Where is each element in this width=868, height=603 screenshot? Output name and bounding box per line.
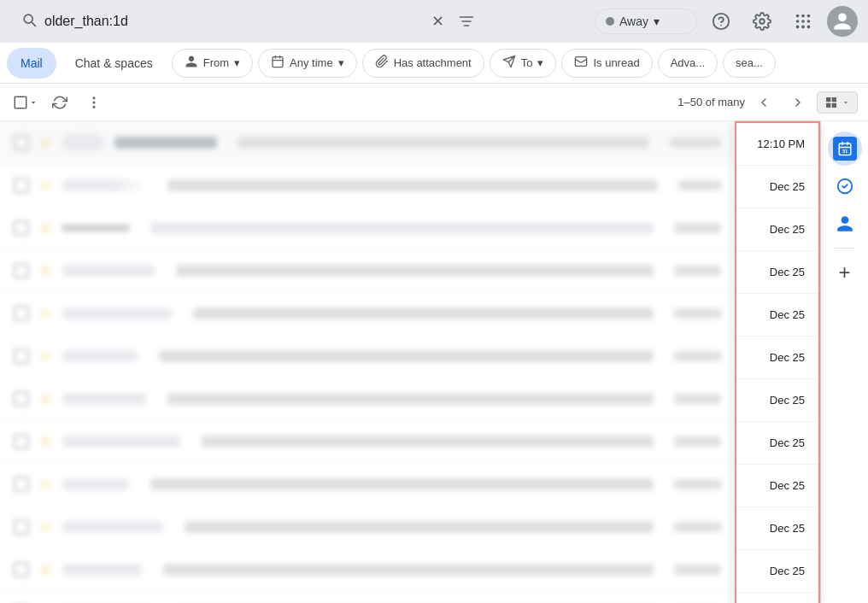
- table-row[interactable]: ☆: [0, 292, 735, 335]
- svg-point-13: [93, 97, 96, 99]
- star-icon[interactable]: ☆: [39, 348, 51, 364]
- list-item: Dec 25: [736, 379, 818, 422]
- search-options-button[interactable]: [455, 9, 478, 33]
- svg-point-15: [93, 105, 96, 108]
- right-sidebar: 31 +: [820, 121, 868, 603]
- row-checkbox[interactable]: [14, 263, 29, 278]
- row-checkbox[interactable]: [14, 306, 29, 321]
- svg-rect-11: [576, 57, 587, 67]
- search-chip-label: sea...: [736, 56, 763, 69]
- advanced-label: Adva...: [671, 56, 705, 69]
- send-icon: [502, 55, 516, 71]
- svg-rect-19: [832, 102, 836, 107]
- add-button[interactable]: +: [828, 255, 862, 290]
- row-checkbox[interactable]: [14, 220, 29, 236]
- row-checkbox[interactable]: [14, 178, 29, 193]
- settings-button[interactable]: [745, 4, 779, 38]
- row-checkbox[interactable]: [14, 434, 29, 449]
- star-icon[interactable]: ☆: [39, 518, 51, 535]
- meet-button[interactable]: 31: [828, 132, 862, 166]
- avatar[interactable]: [827, 6, 858, 37]
- filter-unread[interactable]: Is unread: [561, 49, 652, 78]
- star-icon[interactable]: ☆: [39, 220, 51, 236]
- search-bar: older_than:1d ✕ Away ▾: [0, 0, 868, 43]
- status-indicator: [606, 17, 614, 26]
- status-arrow: ▾: [654, 15, 660, 28]
- table-row[interactable]: ☆: [0, 164, 735, 207]
- svg-rect-12: [15, 97, 26, 108]
- row-checkbox[interactable]: [14, 391, 29, 407]
- table-row[interactable]: ☆: [0, 249, 735, 292]
- list-item: Dec 25: [736, 550, 818, 593]
- row-checkbox[interactable]: [14, 519, 29, 535]
- prev-page-button[interactable]: [748, 87, 779, 118]
- star-icon[interactable]: ☆: [39, 134, 51, 150]
- select-all-button[interactable]: [10, 87, 41, 118]
- svg-point-2: [801, 15, 805, 18]
- filter-anytime[interactable]: Any time ▾: [258, 49, 357, 78]
- tasks-button[interactable]: [828, 169, 862, 203]
- list-item: Dec 25: [736, 593, 818, 603]
- svg-point-8: [801, 26, 805, 29]
- more-options-button[interactable]: [79, 87, 109, 118]
- table-row[interactable]: ☆: [0, 207, 735, 249]
- filter-advanced[interactable]: Adva...: [658, 49, 718, 78]
- star-icon[interactable]: ☆: [39, 177, 51, 193]
- status-button[interactable]: Away ▾: [595, 9, 697, 34]
- star-icon[interactable]: ☆: [39, 305, 51, 321]
- calendar-icon: 31: [833, 137, 857, 161]
- filter-attachment[interactable]: Has attachment: [362, 49, 484, 78]
- tab-chat-spaces[interactable]: Chat & spaces: [62, 48, 167, 79]
- star-icon[interactable]: ☆: [39, 262, 51, 278]
- list-item: Dec 25: [736, 507, 818, 550]
- unread-label: Is unread: [593, 56, 639, 69]
- filter-from[interactable]: From ▾: [172, 49, 253, 78]
- star-icon[interactable]: ☆: [39, 390, 51, 407]
- table-row[interactable]: ☆: [0, 591, 735, 603]
- svg-point-1: [796, 15, 800, 18]
- star-icon[interactable]: ☆: [39, 476, 51, 492]
- star-icon[interactable]: ☆: [39, 433, 51, 449]
- filter-search[interactable]: sea...: [723, 49, 776, 78]
- search-icon: [21, 11, 38, 32]
- svg-rect-18: [826, 102, 830, 107]
- attachment-icon: [375, 55, 389, 71]
- anytime-label: Any time: [290, 56, 333, 69]
- svg-rect-16: [826, 97, 830, 102]
- table-row[interactable]: ☆: [0, 378, 735, 420]
- tab-mail-label: Mail: [21, 56, 43, 70]
- next-page-button[interactable]: [783, 87, 813, 118]
- table-row[interactable]: ☆: [0, 121, 735, 164]
- email-list: ☆ ☆ ☆ ☆ ☆: [0, 121, 735, 603]
- star-icon[interactable]: ☆: [39, 561, 51, 577]
- row-checkbox[interactable]: [14, 477, 29, 492]
- tab-mail[interactable]: Mail: [7, 48, 56, 79]
- list-item: Dec 25: [736, 337, 818, 379]
- mail-icon: [574, 55, 588, 71]
- search-input[interactable]: older_than:1d: [44, 14, 421, 29]
- from-chevron: ▾: [234, 56, 240, 69]
- table-row[interactable]: ☆: [0, 463, 735, 506]
- svg-point-4: [796, 20, 800, 23]
- search-clear-button[interactable]: ✕: [428, 9, 448, 34]
- table-row[interactable]: ☆: [0, 506, 735, 548]
- table-row[interactable]: ☆: [0, 420, 735, 463]
- filter-to[interactable]: To ▾: [490, 49, 557, 78]
- toolbar: 1–50 of many: [0, 84, 868, 121]
- refresh-button[interactable]: [44, 87, 75, 118]
- view-toggle-button[interactable]: [817, 91, 858, 114]
- list-item: Dec 25: [736, 422, 818, 465]
- anytime-chevron: ▾: [338, 56, 344, 69]
- plus-icon: +: [838, 261, 850, 284]
- row-checkbox[interactable]: [14, 348, 29, 364]
- table-row[interactable]: ☆: [0, 335, 735, 378]
- row-checkbox[interactable]: [14, 135, 29, 150]
- from-label: From: [203, 56, 229, 69]
- contacts-button[interactable]: [828, 207, 862, 241]
- sender-placeholder: [62, 179, 147, 191]
- apps-button[interactable]: [786, 4, 820, 38]
- row-checkbox[interactable]: [14, 562, 29, 577]
- table-row[interactable]: ☆: [0, 548, 735, 591]
- help-button[interactable]: [704, 4, 738, 38]
- svg-rect-17: [832, 97, 836, 102]
